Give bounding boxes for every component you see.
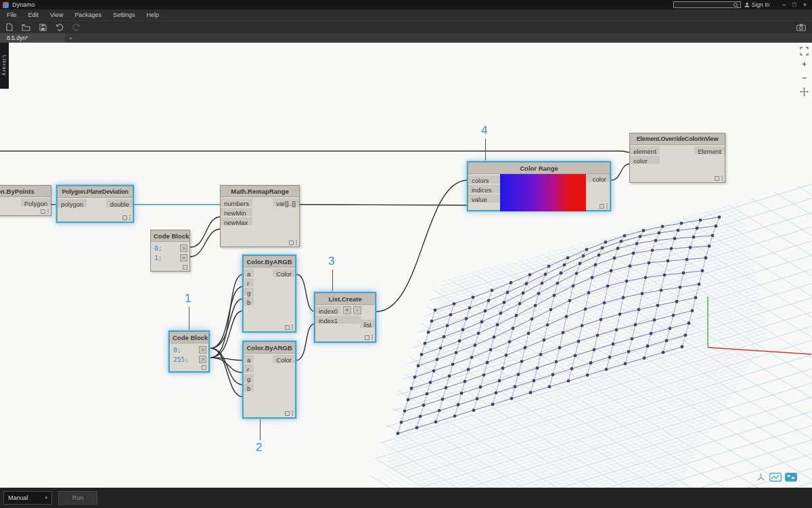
menu-edit[interactable]: Edit <box>28 12 39 18</box>
search-input[interactable] <box>676 3 734 8</box>
port-input-g[interactable]: g <box>244 288 254 296</box>
node-color-range[interactable]: Color Range colors indices value color <box>467 161 611 211</box>
annotation-2[interactable]: 2 <box>256 441 262 454</box>
node-polygon-bypoints[interactable]: on.ByPoints Polygon <box>0 185 51 216</box>
preview-checkbox[interactable] <box>600 204 604 209</box>
port-output-color[interactable]: color <box>586 174 610 182</box>
node-title[interactable]: Color.ByARGB <box>244 342 295 354</box>
node-code-block-2[interactable]: Code Block 0; > 255; > <box>168 331 210 373</box>
wire[interactable] <box>376 180 468 312</box>
new-file-icon[interactable] <box>6 23 13 31</box>
wire[interactable] <box>0 151 630 152</box>
wire[interactable] <box>210 287 243 348</box>
export-image-icon[interactable] <box>796 24 806 31</box>
port-output-color[interactable]: Color <box>273 355 295 363</box>
node-title[interactable]: Color.ByARGB <box>244 256 295 268</box>
wire[interactable] <box>210 348 243 385</box>
menu-file[interactable]: File <box>7 12 17 18</box>
zoom-in-button[interactable]: + <box>800 60 809 69</box>
port-input-colors[interactable]: colors <box>468 175 500 184</box>
port-output-list[interactable]: list <box>360 320 375 328</box>
wire[interactable] <box>296 274 315 312</box>
run-button[interactable]: Run <box>58 491 97 505</box>
pan-icon[interactable] <box>800 87 809 96</box>
preview-checkbox[interactable] <box>41 209 45 214</box>
port-input-b[interactable]: b <box>244 297 254 305</box>
node-override-color-in-view[interactable]: Element.OverrideColorInView element colo… <box>629 133 725 183</box>
menu-settings[interactable]: Settings <box>113 12 135 18</box>
code-line[interactable]: 0; <box>173 346 196 354</box>
node-title[interactable]: Code Block <box>170 332 208 343</box>
port-output-double[interactable]: double <box>106 199 133 207</box>
menu-help[interactable]: Help <box>146 12 159 18</box>
port-input-newmax[interactable]: newMax <box>221 217 252 226</box>
port-input-numbers[interactable]: numbers <box>221 198 252 207</box>
close-button[interactable]: × <box>803 1 807 8</box>
wire[interactable] <box>296 324 315 360</box>
sign-in-button[interactable]: Sign In <box>744 1 769 8</box>
port-output-polygon[interactable]: Polygon <box>21 198 51 207</box>
port-input-color[interactable]: color <box>630 156 660 164</box>
wire[interactable] <box>611 164 630 180</box>
preview-checkbox[interactable] <box>289 240 294 245</box>
port-input-indices[interactable]: indices <box>468 185 500 193</box>
preview-checkbox[interactable] <box>202 365 206 370</box>
port-input-b[interactable]: b <box>244 383 254 391</box>
minimize-button[interactable]: – <box>782 1 786 8</box>
maximize-button[interactable]: □ <box>792 1 796 8</box>
node-list-create[interactable]: List.Create index0 + - index1 list <box>314 292 376 343</box>
port-output-color[interactable]: Color <box>273 269 295 277</box>
port-output-var[interactable]: var[]..[] <box>273 198 299 207</box>
menu-packages[interactable]: Packages <box>74 12 102 18</box>
zoom-out-button[interactable]: − <box>800 74 809 83</box>
port-input-r[interactable]: r <box>244 364 254 373</box>
node-title[interactable]: Code Block <box>151 230 189 242</box>
graph-canvas[interactable]: Library on.ByPoints Polygon Polygon.Plan… <box>0 43 812 488</box>
geometry-view-toggle[interactable] <box>769 473 782 482</box>
annotation-4[interactable]: 4 <box>481 124 487 137</box>
node-title[interactable]: List.Create <box>315 293 375 305</box>
wire[interactable] <box>210 311 243 358</box>
preview-checkbox[interactable] <box>122 215 127 220</box>
graph-view-toggle[interactable] <box>785 473 797 482</box>
node-color-byargb-2[interactable]: Color.ByARGB a r g b Color <box>242 341 296 419</box>
node-title[interactable]: Color Range <box>468 163 610 174</box>
node-color-byargb-1[interactable]: Color.ByARGB a r g b Color <box>242 255 296 333</box>
port-input-index1[interactable]: index1 <box>315 316 361 324</box>
annotation-1[interactable]: 1 <box>185 292 191 305</box>
code-line[interactable]: 255; <box>173 356 196 363</box>
wire[interactable] <box>210 348 243 397</box>
port-output-chevron[interactable]: > <box>180 245 187 252</box>
node-plane-deviation[interactable]: Polygon.PlaneDeviation polygon double <box>56 185 134 223</box>
port-output-element[interactable]: Element <box>694 146 725 154</box>
port-input-g[interactable]: g <box>244 374 254 382</box>
search-box[interactable] <box>673 1 741 8</box>
code-line[interactable]: 1; <box>154 254 177 261</box>
port-input-index0[interactable]: index0 <box>315 306 341 314</box>
preview-checkbox[interactable] <box>715 176 719 181</box>
port-input-r[interactable]: r <box>244 278 254 287</box>
add-input-button[interactable]: + <box>343 306 351 314</box>
open-file-icon[interactable] <box>22 24 30 31</box>
node-title[interactable]: Element.OverrideColorInView <box>630 133 725 145</box>
run-mode-dropdown[interactable]: Manual ▾ <box>3 491 52 505</box>
port-input-newmin[interactable]: newMin <box>221 208 252 216</box>
port-output-chevron[interactable]: > <box>180 254 187 261</box>
fit-view-icon[interactable] <box>800 47 809 56</box>
node-title[interactable]: on.ByPoints <box>0 186 51 197</box>
port-input-a[interactable]: a <box>244 355 254 363</box>
port-input-value[interactable]: value <box>468 194 500 203</box>
remove-input-button[interactable]: - <box>353 306 361 314</box>
port-output-chevron[interactable]: > <box>199 356 206 363</box>
port-output-chevron[interactable]: > <box>199 346 206 354</box>
node-title[interactable]: Polygon.PlaneDeviation <box>58 186 133 198</box>
wire[interactable] <box>210 274 243 358</box>
menu-view[interactable]: View <box>50 12 63 18</box>
preview-checkbox[interactable] <box>183 265 187 270</box>
node-remap-range[interactable]: Math.RemapRange numbers newMin newMax va… <box>220 185 300 247</box>
port-input-polygon[interactable]: polygon <box>58 199 87 207</box>
port-input-element[interactable]: element <box>630 146 660 154</box>
redo-icon[interactable] <box>72 24 81 31</box>
tab-close-icon[interactable]: × <box>65 35 76 41</box>
save-icon[interactable] <box>39 24 47 31</box>
